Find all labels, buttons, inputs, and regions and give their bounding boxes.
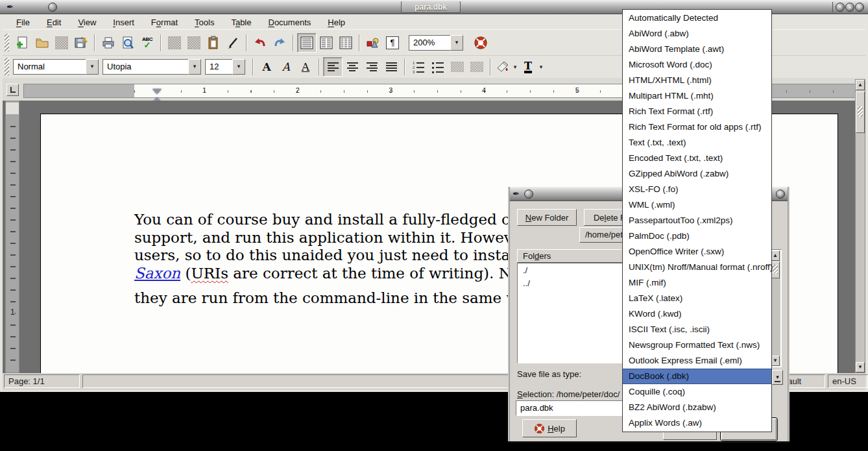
justify-icon[interactable] [381, 57, 401, 77]
save-type-combobox-arrow[interactable]: ▾ [772, 370, 783, 385]
chevron-down-icon[interactable]: ▾ [510, 57, 520, 77]
saxon-hyperlink[interactable]: Saxon [134, 265, 180, 282]
file-format-option[interactable]: PalmDoc (.pdb) [623, 228, 771, 244]
numbered-list-icon[interactable]: 123 [409, 57, 428, 77]
file-format-option[interactable]: BZ2 AbiWord (.bzabw) [623, 400, 771, 415]
align-left-icon[interactable] [323, 57, 343, 77]
style-value[interactable]: Normal [13, 59, 86, 75]
help-button[interactable]: Help [522, 419, 577, 437]
file-format-option[interactable]: XSL-FO (.fo) [623, 182, 771, 197]
menu-item[interactable]: Format [143, 16, 186, 29]
bullet-list-icon[interactable] [428, 57, 448, 77]
file-format-option[interactable]: Coquille (.coq) [623, 384, 771, 400]
chevron-down-icon[interactable]: ▾ [450, 35, 463, 51]
menu-item[interactable]: View [69, 16, 104, 29]
file-format-option[interactable]: UNIX(tm) Nroff/Manual format (.nroff) [623, 260, 771, 275]
scroll-up-icon[interactable]: ▲ [856, 80, 865, 90]
file-format-option[interactable]: Encoded Text (.txt, .text) [623, 151, 771, 166]
chevron-down-icon[interactable]: ▾ [86, 59, 99, 75]
file-format-option[interactable]: PassepartoutToo (.xml2ps) [623, 213, 771, 228]
window-menu-button[interactable] [48, 3, 57, 12]
stylus-icon[interactable] [223, 33, 243, 53]
window-menu-button[interactable] [524, 189, 533, 199]
file-format-option[interactable]: Outlook Express Email (.eml) [623, 353, 771, 369]
style-combobox[interactable]: Normal ▾ [13, 59, 99, 75]
save-as-icon[interactable] [71, 33, 91, 53]
file-format-option[interactable]: DocBook (.dbk) [623, 369, 771, 384]
font-combobox[interactable]: Utopia ▾ [102, 59, 201, 75]
menu-item[interactable]: Insert [104, 16, 143, 29]
status-language[interactable]: en-US [828, 374, 868, 388]
file-format-option[interactable]: Text (.txt, .text) [623, 135, 771, 151]
scroll-down-icon[interactable]: ▼ [771, 356, 780, 366]
menu-item[interactable]: Documents [260, 16, 320, 29]
three-columns-icon[interactable] [336, 33, 356, 53]
help-lifering-icon[interactable] [471, 33, 490, 53]
file-format-option[interactable]: AbiWord (.abw) [623, 26, 771, 42]
file-format-option[interactable]: Microsoft Word (.doc) [623, 57, 771, 73]
file-format-option[interactable]: Automatically Detected [623, 10, 771, 26]
pilcrow-icon[interactable]: ¶ [383, 33, 402, 53]
unshade-icon[interactable]: ▴ [845, 3, 854, 12]
file-format-option[interactable]: AbiWord Template (.awt) [623, 42, 771, 57]
print-preview-icon[interactable] [118, 33, 138, 53]
first-line-indent-marker[interactable] [152, 89, 162, 94]
file-format-option[interactable]: Applix Words (.aw) [623, 415, 771, 431]
file-format-option[interactable]: KWord (.kwd) [623, 306, 771, 322]
file-format-option[interactable]: MIF (.mif) [623, 275, 771, 291]
menu-item[interactable]: Help [319, 16, 354, 29]
undo-icon[interactable] [250, 33, 270, 53]
italic-icon[interactable]: A [276, 57, 296, 77]
shade-icon[interactable]: ▾ [836, 3, 845, 12]
close-icon[interactable]: ⊘ [855, 3, 864, 12]
two-columns-icon[interactable] [317, 33, 336, 53]
underline-icon[interactable]: A [296, 57, 315, 77]
file-format-option[interactable]: Rich Text Format for old apps (.rtf) [623, 119, 771, 135]
font-value[interactable]: Utopia [102, 59, 188, 75]
menu-item[interactable]: Edit [38, 16, 69, 29]
file-format-option[interactable]: WML (.wml) [623, 197, 771, 213]
menu-item[interactable]: Table [223, 16, 259, 29]
toolbar-grip[interactable] [5, 34, 9, 52]
new-document-icon[interactable] [13, 33, 32, 53]
one-column-icon[interactable] [297, 33, 317, 53]
paragraph-2[interactable]: they are run from the command-line in th… [134, 289, 536, 306]
print-icon[interactable] [99, 33, 118, 53]
menu-item[interactable]: Tools [186, 16, 223, 29]
font-size-value[interactable]: 12 [205, 59, 232, 75]
chevron-down-icon[interactable]: ▾ [232, 59, 245, 75]
tab-stop-selector[interactable] [6, 84, 19, 96]
toolbar-grip[interactable] [5, 58, 9, 76]
zoom-combobox[interactable]: 200% ▾ [409, 35, 463, 51]
file-format-option[interactable]: ISCII Text (.isc, .iscii) [623, 322, 771, 337]
menu-item[interactable]: File [8, 16, 38, 29]
insert-symbol-icon[interactable] [363, 33, 383, 53]
fill-color-icon[interactable] [494, 57, 510, 77]
bold-icon[interactable]: A [257, 57, 276, 77]
document-line: You can of course buy and install a full… [134, 211, 557, 229]
chevron-down-icon[interactable]: ▾ [536, 57, 546, 77]
align-right-icon[interactable] [362, 57, 381, 77]
spellcheck-icon[interactable]: ABC✓ [138, 33, 157, 53]
file-format-option[interactable]: LaTeX (.latex) [623, 291, 771, 306]
file-format-option[interactable]: HTML/XHTML (.html) [623, 73, 771, 88]
chevron-down-icon[interactable]: ▾ [188, 59, 201, 75]
redo-icon[interactable] [270, 33, 289, 53]
text-color-icon[interactable]: T [520, 57, 536, 77]
font-size-combobox[interactable]: 12 ▾ [205, 59, 245, 75]
file-format-option[interactable]: Rich Text Format (.rtf) [623, 104, 771, 119]
file-format-option[interactable]: Newsgroup Formatted Text (.nws) [623, 337, 771, 353]
file-format-option[interactable]: Multipart HTML (.mht) [623, 88, 771, 104]
close-icon[interactable]: ⊘ [776, 189, 785, 199]
file-format-option[interactable]: GZipped AbiWord (.zabw) [623, 166, 771, 182]
file-format-option[interactable]: OpenOffice Writer (.sxw) [623, 244, 771, 260]
paste-icon[interactable] [204, 33, 223, 53]
scroll-down-icon[interactable]: ▼ [856, 362, 865, 372]
align-center-icon[interactable] [343, 57, 362, 77]
new-folder-button[interactable]: New Folder [517, 209, 577, 226]
scrollbar-thumb[interactable] [856, 91, 865, 133]
paragraph-1[interactable]: You can of course buy and install a full… [134, 211, 557, 282]
vertical-scrollbar[interactable]: ▲ ▼ [855, 79, 865, 373]
zoom-value[interactable]: 200% [409, 35, 450, 51]
open-folder-icon[interactable] [32, 33, 52, 53]
